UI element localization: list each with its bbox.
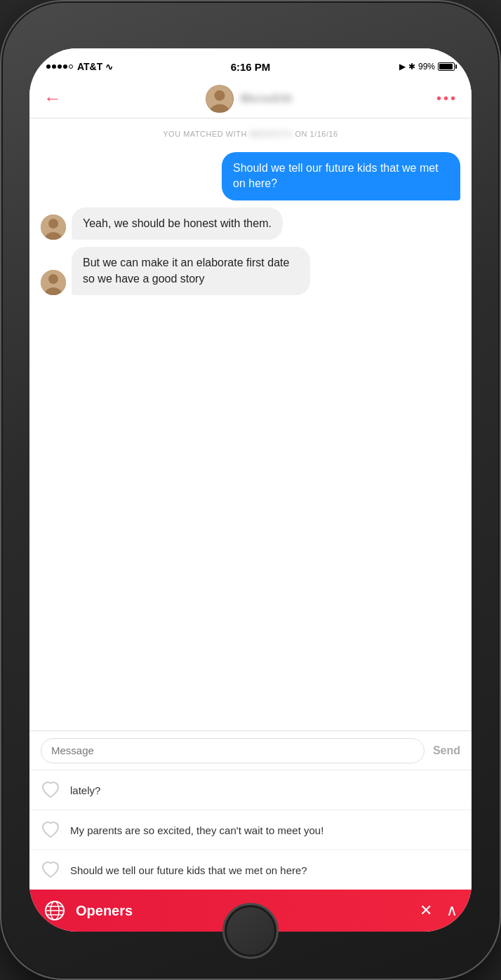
svg-point-7 xyxy=(48,274,58,284)
received-bubble-2: But we can make it an elaborate first da… xyxy=(72,247,310,295)
openers-close-button[interactable]: ✕ xyxy=(420,901,432,920)
message-input-area: Send xyxy=(29,730,472,770)
status-left: AT&T ∿ xyxy=(46,61,113,72)
message-row: Should we tell our future kids that we m… xyxy=(41,152,460,200)
suggestion-item[interactable]: lately? xyxy=(29,770,472,810)
suggestion-item[interactable]: Should we tell our future kids that we m… xyxy=(29,850,472,890)
match-notice-prefix: YOU MATCHED WITH xyxy=(163,130,247,138)
signal-dot-5 xyxy=(69,64,73,69)
suggestion-text-3: Should we tell our future kids that we m… xyxy=(70,863,307,878)
chat-area: YOU MATCHED WITH MEREDITH ON 1/16/16 Sho… xyxy=(29,118,472,730)
home-button[interactable] xyxy=(222,903,279,959)
app-header: ← Meredith ••• xyxy=(29,79,472,118)
suggestions-panel: lately? My parents are so excited, they … xyxy=(29,770,472,890)
battery-fill xyxy=(439,64,453,69)
signal-dot-1 xyxy=(46,64,51,69)
send-button[interactable]: Send xyxy=(433,744,460,757)
back-button[interactable]: ← xyxy=(44,88,62,109)
battery-percent: 99% xyxy=(418,62,435,72)
clock: 6:16 PM xyxy=(231,61,271,73)
sent-bubble-1: Should we tell our future kids that we m… xyxy=(222,152,460,200)
received-avatar-2 xyxy=(41,270,66,295)
suggestion-item[interactable]: My parents are so excited, they can't wa… xyxy=(29,810,472,850)
signal-dot-4 xyxy=(63,64,67,69)
header-profile[interactable]: Meredith xyxy=(206,85,293,113)
wifi-icon: ∿ xyxy=(105,62,113,72)
more-options-button[interactable]: ••• xyxy=(436,90,457,107)
svg-point-1 xyxy=(214,90,225,100)
signal-strength xyxy=(46,64,73,69)
svg-point-4 xyxy=(48,219,58,229)
message-row: Yeah, we should be honest with them. xyxy=(41,207,460,240)
battery-indicator xyxy=(438,62,455,71)
match-notice: YOU MATCHED WITH MEREDITH ON 1/16/16 xyxy=(41,130,460,138)
message-row: But we can make it an elaborate first da… xyxy=(41,247,460,295)
signal-dot-3 xyxy=(58,64,62,69)
message-input[interactable] xyxy=(41,738,425,763)
match-notice-suffix: ON 1/16/16 xyxy=(295,130,338,138)
bluetooth-icon: ✱ xyxy=(408,62,415,72)
status-right: ▶ ✱ 99% xyxy=(399,62,455,72)
heart-icon xyxy=(41,780,60,800)
profile-name: Meredith xyxy=(241,93,293,105)
phone-screen: AT&T ∿ 6:16 PM ▶ ✱ 99% ← xyxy=(29,48,472,932)
openers-chevron-button[interactable]: ∧ xyxy=(446,901,457,920)
signal-dot-2 xyxy=(52,64,56,69)
globe-icon xyxy=(44,899,66,922)
received-bubble-1: Yeah, we should be honest with them. xyxy=(72,207,283,240)
suggestion-text-2: My parents are so excited, they can't wa… xyxy=(70,823,323,838)
location-icon: ▶ xyxy=(399,62,406,72)
heart-icon xyxy=(41,820,60,840)
suggestion-text-1: lately? xyxy=(70,783,100,798)
carrier-label: AT&T xyxy=(77,61,102,72)
profile-avatar xyxy=(206,85,234,113)
status-bar: AT&T ∿ 6:16 PM ▶ ✱ 99% xyxy=(29,48,472,79)
phone-frame: AT&T ∿ 6:16 PM ▶ ✱ 99% ← xyxy=(0,0,501,980)
received-avatar-1 xyxy=(41,215,66,240)
heart-icon xyxy=(41,860,60,880)
match-name-blurred: MEREDITH xyxy=(249,130,295,138)
